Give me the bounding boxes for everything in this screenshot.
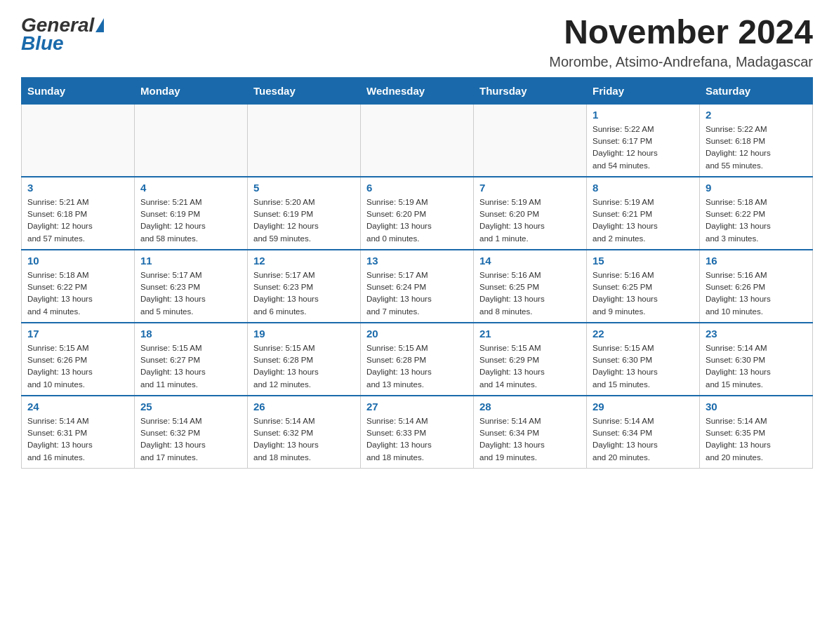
calendar-cell: 1Sunrise: 5:22 AM Sunset: 6:17 PM Daylig… — [587, 104, 700, 177]
day-number: 14 — [479, 255, 581, 267]
day-number: 3 — [27, 182, 128, 194]
day-info: Sunrise: 5:14 AM Sunset: 6:35 PM Dayligh… — [706, 415, 807, 464]
calendar-header-row: SundayMondayTuesdayWednesdayThursdayFrid… — [22, 77, 813, 104]
day-info: Sunrise: 5:14 AM Sunset: 6:30 PM Dayligh… — [706, 342, 807, 391]
day-number: 30 — [706, 401, 807, 412]
calendar-cell: 20Sunrise: 5:15 AM Sunset: 6:28 PM Dayli… — [361, 323, 474, 396]
month-title: November 2024 — [549, 14, 813, 51]
day-info: Sunrise: 5:17 AM Sunset: 6:23 PM Dayligh… — [140, 269, 241, 318]
day-info: Sunrise: 5:16 AM Sunset: 6:25 PM Dayligh… — [593, 269, 694, 318]
calendar-cell: 11Sunrise: 5:17 AM Sunset: 6:23 PM Dayli… — [135, 250, 248, 323]
day-number: 1 — [593, 109, 694, 121]
day-info: Sunrise: 5:14 AM Sunset: 6:31 PM Dayligh… — [27, 415, 128, 464]
calendar-cell: 10Sunrise: 5:18 AM Sunset: 6:22 PM Dayli… — [22, 250, 135, 323]
calendar-cell: 8Sunrise: 5:19 AM Sunset: 6:21 PM Daylig… — [587, 177, 700, 250]
day-info: Sunrise: 5:19 AM Sunset: 6:21 PM Dayligh… — [593, 196, 694, 245]
day-info: Sunrise: 5:22 AM Sunset: 6:18 PM Dayligh… — [706, 123, 807, 172]
calendar-cell: 16Sunrise: 5:16 AM Sunset: 6:26 PM Dayli… — [700, 250, 813, 323]
calendar-cell: 21Sunrise: 5:15 AM Sunset: 6:29 PM Dayli… — [474, 323, 587, 396]
calendar-cell: 29Sunrise: 5:14 AM Sunset: 6:34 PM Dayli… — [587, 396, 700, 469]
day-info: Sunrise: 5:22 AM Sunset: 6:17 PM Dayligh… — [593, 123, 694, 172]
location-title: Morombe, Atsimo-Andrefana, Madagascar — [549, 54, 813, 70]
day-info: Sunrise: 5:16 AM Sunset: 6:26 PM Dayligh… — [706, 269, 807, 318]
day-number: 26 — [253, 401, 355, 412]
day-number: 18 — [140, 328, 241, 340]
calendar-week-row: 24Sunrise: 5:14 AM Sunset: 6:31 PM Dayli… — [22, 396, 813, 469]
day-number: 24 — [27, 401, 128, 412]
day-info: Sunrise: 5:14 AM Sunset: 6:34 PM Dayligh… — [593, 415, 694, 464]
day-number: 27 — [366, 401, 468, 412]
day-info: Sunrise: 5:14 AM Sunset: 6:33 PM Dayligh… — [366, 415, 468, 464]
calendar-cell — [248, 104, 361, 177]
calendar-cell: 14Sunrise: 5:16 AM Sunset: 6:25 PM Dayli… — [474, 250, 587, 323]
day-number: 6 — [366, 182, 468, 194]
day-info: Sunrise: 5:17 AM Sunset: 6:23 PM Dayligh… — [253, 269, 355, 318]
day-info: Sunrise: 5:15 AM Sunset: 6:28 PM Dayligh… — [253, 342, 355, 391]
day-number: 5 — [253, 182, 355, 194]
calendar-cell: 18Sunrise: 5:15 AM Sunset: 6:27 PM Dayli… — [135, 323, 248, 396]
day-info: Sunrise: 5:21 AM Sunset: 6:18 PM Dayligh… — [27, 196, 128, 245]
day-number: 25 — [140, 401, 241, 412]
calendar-cell: 17Sunrise: 5:15 AM Sunset: 6:26 PM Dayli… — [22, 323, 135, 396]
column-header-saturday: Saturday — [700, 77, 813, 104]
calendar-cell: 26Sunrise: 5:14 AM Sunset: 6:32 PM Dayli… — [248, 396, 361, 469]
day-number: 20 — [366, 328, 468, 340]
day-number: 12 — [253, 255, 355, 267]
day-info: Sunrise: 5:15 AM Sunset: 6:30 PM Dayligh… — [593, 342, 694, 391]
calendar-cell: 7Sunrise: 5:19 AM Sunset: 6:20 PM Daylig… — [474, 177, 587, 250]
calendar-cell: 23Sunrise: 5:14 AM Sunset: 6:30 PM Dayli… — [700, 323, 813, 396]
calendar-cell: 19Sunrise: 5:15 AM Sunset: 6:28 PM Dayli… — [248, 323, 361, 396]
calendar-cell — [361, 104, 474, 177]
day-info: Sunrise: 5:21 AM Sunset: 6:19 PM Dayligh… — [140, 196, 241, 245]
day-number: 16 — [706, 255, 807, 267]
calendar-cell — [22, 104, 135, 177]
day-info: Sunrise: 5:14 AM Sunset: 6:34 PM Dayligh… — [479, 415, 581, 464]
calendar-cell: 22Sunrise: 5:15 AM Sunset: 6:30 PM Dayli… — [587, 323, 700, 396]
day-info: Sunrise: 5:19 AM Sunset: 6:20 PM Dayligh… — [479, 196, 581, 245]
calendar-cell: 28Sunrise: 5:14 AM Sunset: 6:34 PM Dayli… — [474, 396, 587, 469]
calendar-cell: 27Sunrise: 5:14 AM Sunset: 6:33 PM Dayli… — [361, 396, 474, 469]
day-number: 13 — [366, 255, 468, 267]
column-header-monday: Monday — [135, 77, 248, 104]
calendar-week-row: 3Sunrise: 5:21 AM Sunset: 6:18 PM Daylig… — [22, 177, 813, 250]
day-number: 19 — [253, 328, 355, 340]
column-header-sunday: Sunday — [22, 77, 135, 104]
day-number: 23 — [706, 328, 807, 340]
calendar-cell: 2Sunrise: 5:22 AM Sunset: 6:18 PM Daylig… — [700, 104, 813, 177]
day-info: Sunrise: 5:18 AM Sunset: 6:22 PM Dayligh… — [27, 269, 128, 318]
calendar-week-row: 17Sunrise: 5:15 AM Sunset: 6:26 PM Dayli… — [22, 323, 813, 396]
calendar-cell: 12Sunrise: 5:17 AM Sunset: 6:23 PM Dayli… — [248, 250, 361, 323]
day-info: Sunrise: 5:20 AM Sunset: 6:19 PM Dayligh… — [253, 196, 355, 245]
day-info: Sunrise: 5:15 AM Sunset: 6:27 PM Dayligh… — [140, 342, 241, 391]
day-number: 28 — [479, 401, 581, 412]
day-info: Sunrise: 5:19 AM Sunset: 6:20 PM Dayligh… — [366, 196, 468, 245]
column-header-friday: Friday — [587, 77, 700, 104]
calendar-cell: 15Sunrise: 5:16 AM Sunset: 6:25 PM Dayli… — [587, 250, 700, 323]
day-number: 11 — [140, 255, 241, 267]
calendar-cell — [135, 104, 248, 177]
day-number: 7 — [479, 182, 581, 194]
day-info: Sunrise: 5:14 AM Sunset: 6:32 PM Dayligh… — [253, 415, 355, 464]
logo-area: General Blue — [21, 14, 105, 55]
calendar-cell: 5Sunrise: 5:20 AM Sunset: 6:19 PM Daylig… — [248, 177, 361, 250]
page-header: General Blue November 2024 Morombe, Atsi… — [21, 14, 813, 70]
calendar-cell: 24Sunrise: 5:14 AM Sunset: 6:31 PM Dayli… — [22, 396, 135, 469]
column-header-wednesday: Wednesday — [361, 77, 474, 104]
day-info: Sunrise: 5:14 AM Sunset: 6:32 PM Dayligh… — [140, 415, 241, 464]
day-number: 15 — [593, 255, 694, 267]
day-info: Sunrise: 5:15 AM Sunset: 6:28 PM Dayligh… — [366, 342, 468, 391]
day-number: 9 — [706, 182, 807, 194]
calendar-week-row: 10Sunrise: 5:18 AM Sunset: 6:22 PM Dayli… — [22, 250, 813, 323]
day-number: 29 — [593, 401, 694, 412]
day-number: 4 — [140, 182, 241, 194]
logo-triangle-icon — [95, 18, 104, 32]
calendar-cell — [474, 104, 587, 177]
day-info: Sunrise: 5:15 AM Sunset: 6:26 PM Dayligh… — [27, 342, 128, 391]
day-number: 2 — [706, 109, 807, 121]
title-area: November 2024 Morombe, Atsimo-Andrefana,… — [549, 14, 813, 70]
calendar-cell: 13Sunrise: 5:17 AM Sunset: 6:24 PM Dayli… — [361, 250, 474, 323]
calendar-cell: 6Sunrise: 5:19 AM Sunset: 6:20 PM Daylig… — [361, 177, 474, 250]
calendar-week-row: 1Sunrise: 5:22 AM Sunset: 6:17 PM Daylig… — [22, 104, 813, 177]
calendar-cell: 9Sunrise: 5:18 AM Sunset: 6:22 PM Daylig… — [700, 177, 813, 250]
day-number: 8 — [593, 182, 694, 194]
